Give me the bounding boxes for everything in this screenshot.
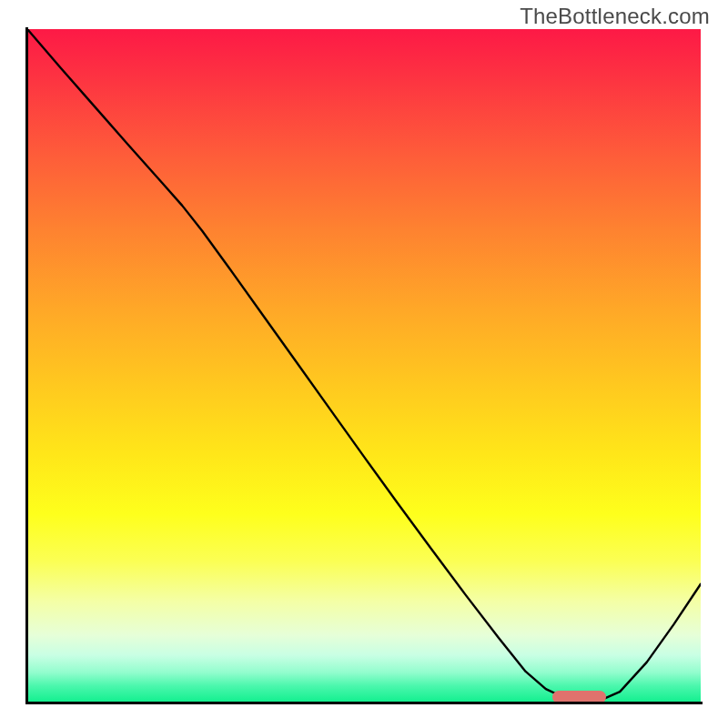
x-axis — [25, 702, 703, 704]
watermark-text: TheBottleneck.com — [520, 4, 710, 29]
y-axis — [25, 27, 28, 704]
chart-background — [27, 29, 701, 703]
